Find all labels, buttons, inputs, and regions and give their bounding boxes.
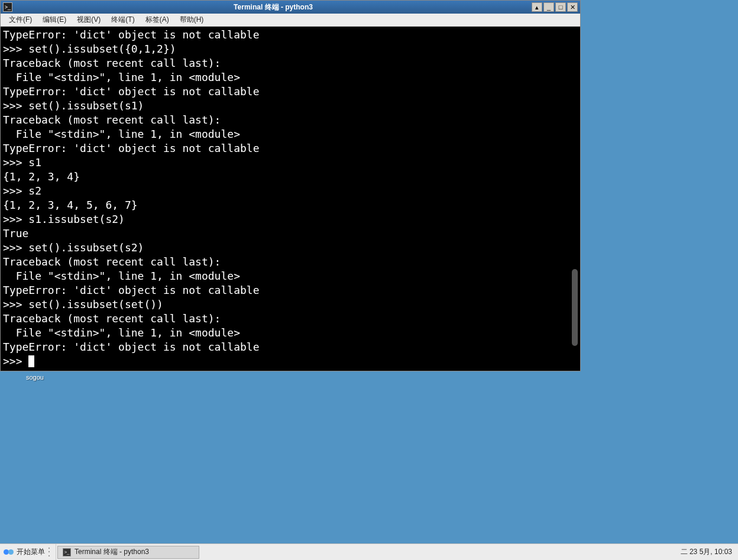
terminal-output[interactable]: TypeError: 'dict' object is not callable… [1,27,580,371]
scrollbar-thumb[interactable] [572,269,578,346]
window-maximize-button[interactable]: □ [555,2,566,12]
window-shade-button[interactable]: ▴ [532,2,542,12]
window-controls: ▴ _ □ ✕ [532,2,578,12]
start-menu-icon [4,549,14,556]
window-close-button[interactable]: ✕ [567,2,578,12]
menu-file[interactable]: 文件(F) [4,14,37,26]
taskbar-item-label: Terminal 终端 - python3 [75,547,149,557]
window-minimize-button[interactable]: _ [543,2,554,12]
menu-terminal[interactable]: 终端(T) [106,14,139,26]
window-title: Terminal 终端 - python3 [15,2,532,12]
window-app-icon: >_ [3,2,12,12]
ime-indicator: sogou [26,374,44,381]
terminal-cursor [28,355,34,367]
terminal-scrollbar[interactable] [571,28,578,370]
start-menu-button[interactable]: 开始菜单 [0,544,56,560]
menu-help[interactable]: 帮助(H) [175,14,209,26]
taskbar: 开始菜单 >_ Terminal 终端 - python3 二 23 5月, 1… [0,543,738,560]
window-titlebar[interactable]: >_ Terminal 终端 - python3 ▴ _ □ ✕ [1,1,580,14]
start-menu-label: 开始菜单 [17,547,45,557]
taskbar-handle-icon [48,546,52,558]
menu-view[interactable]: 视图(V) [72,14,105,26]
terminal-window: >_ Terminal 终端 - python3 ▴ _ □ ✕ 文件(F) 编… [0,0,581,371]
taskbar-item-terminal[interactable]: >_ Terminal 终端 - python3 [57,546,199,559]
menu-tabs[interactable]: 标签(A) [141,14,174,26]
menubar: 文件(F) 编辑(E) 视图(V) 终端(T) 标签(A) 帮助(H) [1,14,580,27]
taskbar-tray: 二 23 5月, 10:03 [675,547,738,557]
taskbar-clock[interactable]: 二 23 5月, 10:03 [681,547,732,557]
terminal-task-icon: >_ [63,548,71,556]
menu-edit[interactable]: 编辑(E) [38,14,71,26]
